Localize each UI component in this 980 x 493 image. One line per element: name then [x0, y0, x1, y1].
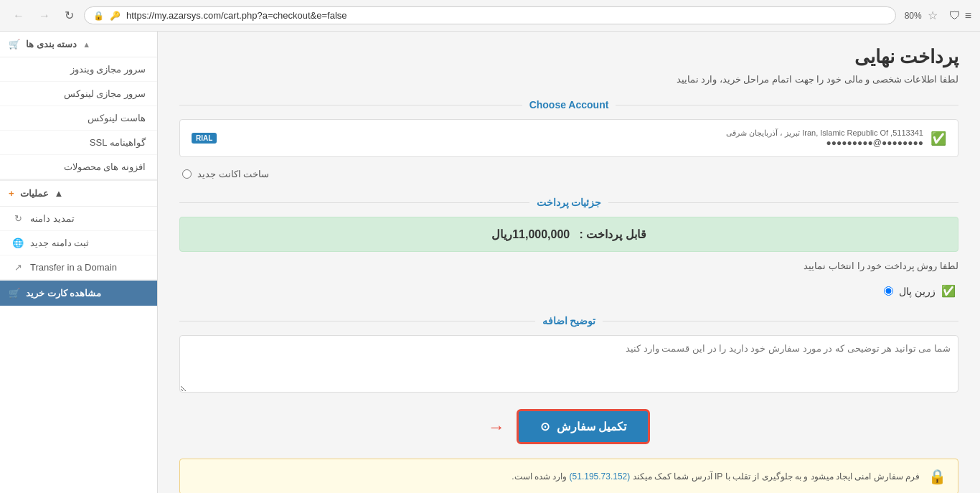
new-account-label: ساخت اکانت جدید: [197, 169, 269, 179]
operations-label: عملیات: [20, 188, 49, 199]
sidebar-item-renew-domain[interactable]: تمدید دامنه ↻: [0, 207, 157, 231]
notes-divider: توضیح اضافه: [179, 315, 958, 327]
sidebar: ▲ دسته بندی ها 🛒 سرور مجازی ویندوز سرور …: [0, 32, 158, 493]
payment-method-row: ✅ زرین پال: [179, 278, 958, 304]
choose-account-label: Choose Account: [529, 99, 609, 111]
page-title: پرداخت نهایی: [179, 46, 958, 68]
cart-category-icon: 🛒: [9, 39, 20, 50]
sidebar-item-ssl[interactable]: گواهینامه SSL: [0, 131, 157, 155]
notes-divider-line-left: [179, 321, 535, 321]
account-check-icon: ✅: [930, 131, 946, 146]
submit-button[interactable]: تکمیل سفارش ⊙: [517, 409, 650, 444]
payment-amount-box: قابل پرداخت : 11,000,000ریال: [179, 217, 958, 252]
divider-line-right: [616, 105, 958, 105]
zarinpal-label: زرین پال: [899, 286, 936, 297]
plus-icon: +: [9, 188, 14, 199]
chevron-up-ops-icon: ▲: [55, 188, 64, 199]
security-ip[interactable]: (51.195.73.152): [570, 471, 631, 482]
reload-button[interactable]: ↻: [60, 6, 78, 25]
payment-amount-prefix: قابل پرداخت :: [580, 228, 646, 240]
account-card[interactable]: ✅ Iran, Islamic Republic Of ,5113341 تبر…: [179, 119, 958, 157]
payment-details-label: جزئیات پرداخت: [537, 197, 602, 208]
security-lock-icon: 🔒: [93, 11, 104, 21]
choose-account-divider: Choose Account: [179, 99, 958, 111]
security-notice-body: فرم سفارش امنی ایجاد میشود و به جلوگیری …: [633, 471, 920, 482]
security-ip-suffix: وارد شده است.: [512, 471, 567, 482]
payment-method-prompt: لطفا روش پرداخت خود را انتخاب نمایید: [179, 260, 958, 271]
key-icon: 🔑: [110, 11, 121, 21]
account-info: Iran, Islamic Republic Of ,5113341 تبریز…: [224, 128, 923, 148]
sidebar-item-register-domain[interactable]: ثبت دامنه جدید 🌐: [0, 231, 157, 255]
url-text: https://my.azarsys.com/cart.php?a=checko…: [126, 10, 347, 21]
payment-divider-line-left: [179, 202, 529, 203]
bookmark-star-icon[interactable]: ☆: [928, 9, 938, 22]
sidebar-item-vps-linux[interactable]: سرور مجازی لینوکس: [0, 82, 157, 106]
operations-section: ▲ عملیات + تمدید دامنه ↻ ثبت دامنه جدید …: [0, 180, 157, 281]
address-bar[interactable]: 🔒 🔑 https://my.azarsys.com/cart.php?a=ch…: [84, 6, 896, 24]
sidebar-item-hosting[interactable]: هاست لینوکس: [0, 106, 157, 131]
sidebar-item-transfer-domain[interactable]: ↗ Transfer in a Domain: [0, 255, 157, 280]
register-label: ثبت دامنه جدید: [30, 238, 89, 248]
new-account-radio[interactable]: [182, 169, 192, 179]
rial-badge: RIAL: [192, 133, 217, 144]
cart-label: مشاهده کارت خرید: [26, 288, 101, 299]
transfer-icon: ↗: [11, 262, 24, 273]
zarinpal-check-icon: ✅: [941, 284, 956, 298]
categories-header[interactable]: ▲ دسته بندی ها 🛒: [0, 32, 157, 57]
addons-label: افزونه های محصولات: [64, 161, 146, 172]
vps-windows-label: سرور مجازی ویندوز: [70, 64, 146, 75]
security-notice: 🔒 فرم سفارش امنی ایجاد میشود و به جلوگیر…: [179, 459, 958, 493]
globe-icon: 🌐: [11, 238, 24, 248]
security-notice-text: فرم سفارش امنی ایجاد میشود و به جلوگیری …: [512, 471, 920, 482]
shield-button[interactable]: 🛡: [949, 9, 961, 22]
account-email: ●●●●●●●●●@●●●●●●●●: [224, 138, 923, 148]
notes-divider-line-right: [603, 321, 958, 321]
renew-label: تمدید دامنه: [30, 213, 75, 224]
sidebar-item-vps-windows[interactable]: سرور مجازی ویندوز: [0, 57, 157, 82]
submit-btn-label: تکمیل سفارش: [557, 420, 626, 433]
categories-section: ▲ دسته بندی ها 🛒 سرور مجازی ویندوز سرور …: [0, 32, 157, 180]
transfer-label: Transfer in a Domain: [30, 262, 117, 273]
submit-area: → تکمیل سفارش ⊙: [179, 409, 958, 444]
submit-btn-icon: ⊙: [540, 420, 550, 433]
categories-label: دسته بندی ها: [26, 39, 77, 50]
new-account-row: ساخت اکانت جدید: [179, 163, 958, 185]
operations-header[interactable]: ▲ عملیات +: [0, 180, 157, 207]
hosting-label: هاست لینوکس: [88, 113, 146, 123]
renew-icon: ↻: [11, 213, 24, 224]
payment-details-divider: جزئیات پرداخت: [179, 197, 958, 208]
page-subtitle: لطفا اطلاعات شخصی و مالی خود را جهت اتما…: [179, 74, 958, 85]
forward-button[interactable]: →: [34, 6, 55, 25]
ssl-label: گواهینامه SSL: [90, 137, 146, 148]
sidebar-item-addons[interactable]: افزونه های محصولات: [0, 155, 157, 179]
payment-amount: 11,000,000ریال: [491, 228, 570, 240]
menu-button[interactable]: ≡: [965, 9, 971, 22]
chevron-up-icon: ▲: [83, 40, 90, 49]
account-address: Iran, Islamic Republic Of ,5113341 تبریز…: [224, 128, 923, 138]
back-button[interactable]: ←: [9, 6, 29, 25]
notes-label: توضیح اضافه: [542, 315, 596, 327]
zarinpal-radio[interactable]: [884, 286, 893, 296]
payment-divider-line-right: [608, 202, 958, 203]
divider-line-left: [179, 105, 522, 105]
cart-icon: 🛒: [9, 288, 20, 299]
notes-textarea[interactable]: [179, 335, 958, 393]
page-layout: ▲ دسته بندی ها 🛒 سرور مجازی ویندوز سرور …: [0, 32, 980, 493]
main-content: پرداخت نهایی لطفا اطلاعات شخصی و مالی خو…: [158, 32, 980, 493]
security-lock-notice-icon: 🔒: [928, 468, 946, 485]
browser-bar: ← → ↻ 🔒 🔑 https://my.azarsys.com/cart.ph…: [0, 0, 980, 32]
browser-actions: 🛡 ≡: [949, 9, 971, 22]
zoom-level: 80%: [905, 11, 922, 21]
sidebar-item-cart[interactable]: مشاهده کارت خرید 🛒: [0, 281, 157, 306]
arrow-indicator-icon: →: [488, 417, 505, 437]
vps-linux-label: سرور مجازی لینوکس: [64, 88, 146, 99]
